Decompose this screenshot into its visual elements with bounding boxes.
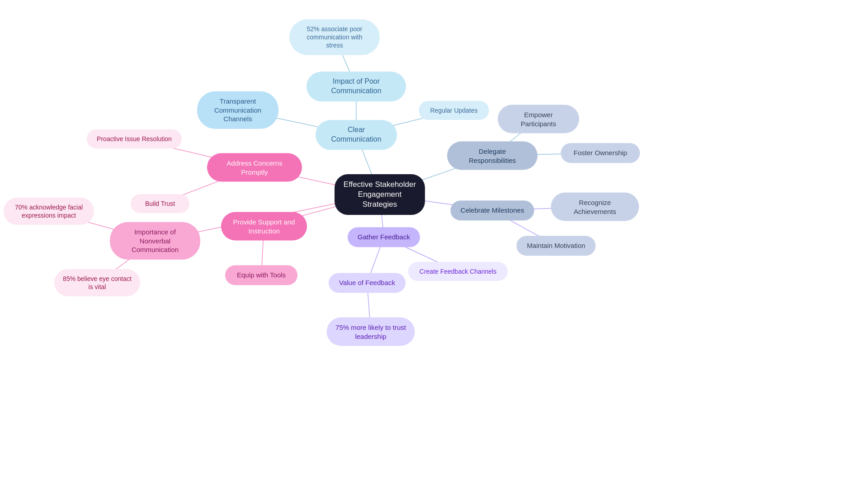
node-impact_poor_comm: Impact of Poor Communication: [307, 71, 406, 101]
node-proactive_issue: Proactive Issue Resolution: [87, 129, 182, 148]
node-empower_participants: Empower Participants: [498, 105, 579, 133]
node-nonverbal_comm: Importance of Nonverbal Communication: [110, 222, 200, 260]
node-maintain_motivation: Maintain Motivation: [517, 236, 596, 256]
node-build_trust: Build Trust: [131, 194, 189, 213]
node-address_concerns: Address Concerns Promptly: [207, 153, 302, 182]
node-value_feedback: Value of Feedback: [329, 273, 406, 293]
node-facial_expressions: 70% acknowledge facial expressions impac…: [4, 198, 94, 225]
node-poor_comm_stat: 52% associate poor communication with st…: [289, 19, 380, 55]
node-trust_leadership: 75% more likely to trust leadership: [327, 318, 415, 346]
node-transparent_channels: Transparent Communication Channels: [197, 91, 278, 129]
node-regular_updates: Regular Updates: [419, 101, 489, 120]
node-recognize_achievements: Recognize Achievements: [551, 193, 639, 221]
node-celebrate_milestones: Celebrate Milestones: [451, 200, 534, 220]
mindmap-container: Effective Stakeholder Engagement Strateg…: [0, 0, 868, 490]
node-center: Effective Stakeholder Engagement Strateg…: [335, 174, 425, 215]
node-eye_contact: 85% believe eye contact is vital: [54, 269, 140, 296]
node-delegate_resp: Delegate Responsibilities: [447, 142, 538, 170]
node-clear_comm: Clear Communication: [316, 120, 397, 150]
node-provide_support: Provide Support and Instruction: [221, 212, 307, 241]
node-create_feedback_channels: Create Feedback Channels: [408, 262, 508, 281]
node-equip_tools: Equip with Tools: [225, 265, 297, 285]
node-foster_ownership: Foster Ownership: [561, 143, 640, 163]
node-gather_feedback: Gather Feedback: [348, 227, 420, 247]
